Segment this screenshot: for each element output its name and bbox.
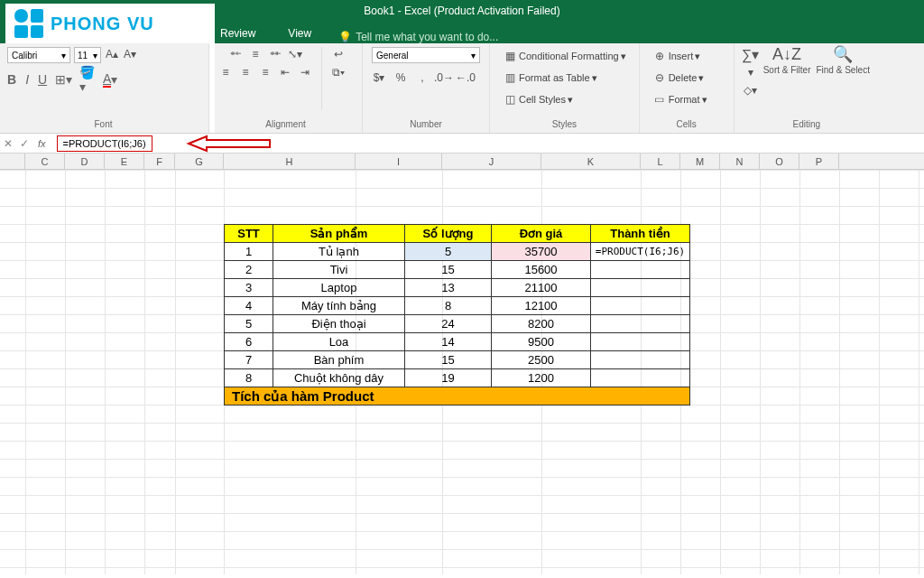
cell-dongia[interactable]: 1200	[492, 369, 591, 387]
fill-color-button[interactable]: 🪣▾	[79, 72, 94, 87]
align-bottom-icon[interactable]: ⬵	[268, 47, 282, 61]
hdr-stt[interactable]: STT	[225, 225, 273, 243]
align-center-icon[interactable]: ≡	[238, 65, 253, 79]
cell-soluong[interactable]: 8	[405, 297, 492, 315]
sort-filter-icon[interactable]: A↓Z	[780, 47, 794, 61]
cell-soluong[interactable]: 14	[405, 333, 492, 351]
cell-soluong[interactable]: 13	[405, 279, 492, 297]
cell-sanpham[interactable]: Chuột không dây	[273, 369, 405, 387]
hdr-dongia[interactable]: Đơn giá	[492, 225, 591, 243]
cell-soluong[interactable]: 15	[405, 261, 492, 279]
align-left-icon[interactable]: ≡	[218, 65, 233, 79]
cell-dongia[interactable]: 9500	[492, 333, 591, 351]
cell-sanpham[interactable]: Laptop	[273, 279, 405, 297]
decrease-decimal-icon[interactable]: ←.0	[458, 70, 473, 85]
font-size-select[interactable]: 11▾	[74, 47, 101, 63]
cell-soluong[interactable]: 19	[405, 369, 492, 387]
format-as-table-button[interactable]: ▥Format as Table▾	[499, 69, 601, 87]
formula-enter-button[interactable]: ✓	[16, 137, 32, 150]
cell-sanpham[interactable]: Điện thoại	[273, 315, 405, 333]
col-O[interactable]: O	[760, 154, 799, 169]
cell-stt[interactable]: 3	[225, 279, 273, 297]
tab-review[interactable]: Review	[215, 23, 261, 43]
col-H[interactable]: H	[224, 154, 356, 169]
indent-inc-icon[interactable]: ⇥	[298, 65, 312, 79]
cell-stt[interactable]: 5	[225, 315, 273, 333]
cell-stt[interactable]: 2	[225, 261, 273, 279]
cell-dongia[interactable]: 35700	[492, 243, 591, 261]
align-right-icon[interactable]: ≡	[258, 65, 273, 79]
cell-dongia[interactable]: 2500	[492, 351, 591, 369]
col-F[interactable]: F	[144, 154, 175, 169]
underline-button[interactable]: U	[38, 72, 47, 87]
cell-sanpham[interactable]: Bàn phím	[273, 351, 405, 369]
cell-stt[interactable]: 4	[225, 297, 273, 315]
cell-sanpham[interactable]: Tủ lạnh	[273, 243, 405, 261]
cell-styles-button[interactable]: ◫Cell Styles▾	[499, 90, 577, 108]
clear-icon[interactable]: ◇▾	[744, 83, 758, 98]
decrease-font-icon[interactable]: A▾	[123, 47, 137, 61]
orientation-icon[interactable]: ⤡▾	[288, 47, 302, 61]
italic-button[interactable]: I	[25, 72, 29, 87]
cell-soluong[interactable]: 5	[405, 243, 492, 261]
cell-thanhtien[interactable]	[591, 351, 690, 369]
cell-sanpham[interactable]: Loa	[273, 333, 405, 351]
col-K[interactable]: K	[541, 154, 641, 169]
font-family-select[interactable]: Calibri▾	[7, 47, 70, 63]
col-N[interactable]: N	[720, 154, 760, 169]
align-middle-icon[interactable]: ≡	[248, 47, 263, 61]
footer-text[interactable]: Tích của hàm Product	[225, 387, 690, 406]
cell-stt[interactable]: 6	[225, 333, 273, 351]
cell-stt[interactable]: 8	[225, 369, 273, 387]
comma-icon[interactable]: ,	[415, 70, 430, 85]
number-format-select[interactable]: General▾	[372, 47, 480, 63]
autosum-icon[interactable]: ∑▾	[744, 47, 758, 61]
formula-input[interactable]: =PRODUCT(I6;J6)	[57, 135, 152, 152]
hdr-sanpham[interactable]: Sản phẩm	[273, 225, 405, 243]
cell-stt[interactable]: 1	[225, 243, 273, 261]
col-G[interactable]: G	[175, 154, 224, 169]
find-select-icon[interactable]: 🔍	[836, 47, 850, 61]
cell-soluong[interactable]: 15	[405, 351, 492, 369]
cell-thanhtien[interactable]	[591, 333, 690, 351]
border-button[interactable]: ⊞▾	[56, 72, 70, 87]
insert-button[interactable]: ⊕Insert▾	[649, 47, 705, 65]
currency-icon[interactable]: $▾	[372, 70, 386, 85]
percent-icon[interactable]: %	[393, 70, 408, 85]
cell-dongia[interactable]: 15600	[492, 261, 591, 279]
delete-button[interactable]: ⊖Delete▾	[649, 69, 708, 87]
indent-dec-icon[interactable]: ⇤	[278, 65, 292, 79]
cell-dongia[interactable]: 21100	[492, 279, 591, 297]
cell-dongia[interactable]: 8200	[492, 315, 591, 333]
merge-icon[interactable]: ⧉▾	[331, 65, 346, 79]
tell-me-box[interactable]: 💡 Tell me what you want to do...	[338, 31, 498, 43]
cell-thanhtien[interactable]	[591, 261, 690, 279]
format-button[interactable]: ▭Format▾	[649, 90, 711, 108]
cell-thanhtien[interactable]	[591, 297, 690, 315]
col-M[interactable]: M	[680, 154, 720, 169]
increase-decimal-icon[interactable]: .0→	[437, 70, 451, 85]
cell-stt[interactable]: 7	[225, 351, 273, 369]
align-top-icon[interactable]: ⬴	[228, 47, 243, 61]
col-E[interactable]: E	[105, 154, 144, 169]
col-C[interactable]: C	[25, 154, 65, 169]
bold-button[interactable]: B	[7, 72, 16, 87]
col-D[interactable]: D	[65, 154, 105, 169]
conditional-formatting-button[interactable]: ▦Conditional Formatting▾	[499, 47, 630, 65]
tab-view[interactable]: View	[282, 23, 317, 43]
col-J[interactable]: J	[442, 154, 541, 169]
col-P[interactable]: P	[799, 154, 839, 169]
formula-cancel-button[interactable]: ✕	[0, 137, 16, 150]
col-L[interactable]: L	[641, 154, 680, 169]
cell-thanhtien[interactable]: =PRODUCT(I6;J6)	[591, 243, 690, 261]
hdr-thanhtien[interactable]: Thành tiền	[591, 225, 690, 243]
cell-thanhtien[interactable]	[591, 279, 690, 297]
select-all-corner[interactable]	[0, 154, 25, 169]
fx-icon[interactable]: fx	[38, 138, 46, 149]
cell-sanpham[interactable]: Tivi	[273, 261, 405, 279]
font-color-button[interactable]: A▾	[103, 72, 117, 87]
hdr-soluong[interactable]: Số lượng	[405, 225, 492, 243]
cell-thanhtien[interactable]	[591, 369, 690, 387]
wrap-text-icon[interactable]: ↩	[331, 47, 346, 61]
cell-thanhtien[interactable]	[591, 315, 690, 333]
